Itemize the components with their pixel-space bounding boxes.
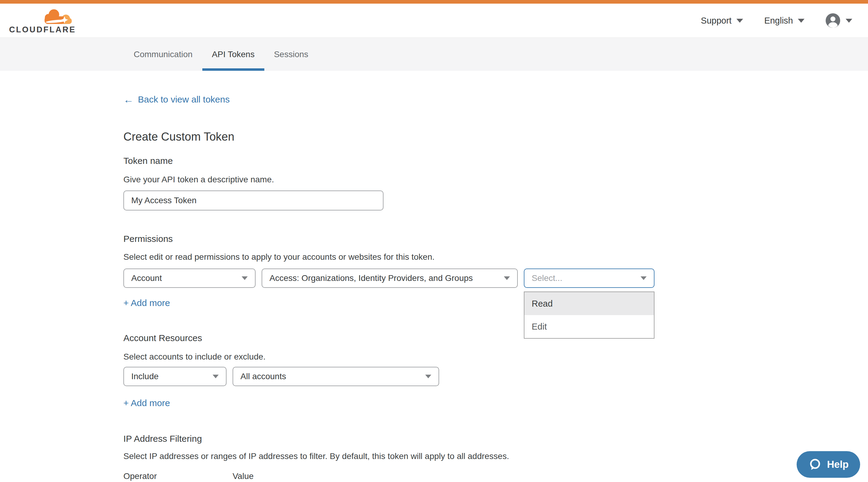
brand-color-bar: [0, 0, 868, 4]
token-name-description: Give your API token a descriptive name.: [123, 174, 868, 185]
header-controls: Support English: [701, 13, 852, 28]
chevron-down-icon: [641, 277, 647, 280]
chevron-down-icon: [846, 19, 852, 23]
menu-option-edit[interactable]: Edit: [524, 315, 654, 338]
chevron-down-icon: [737, 19, 743, 23]
main-content: ← Back to view all tokens Create Custom …: [0, 71, 868, 482]
permissions-heading: Permissions: [123, 233, 868, 244]
ip-filtering-section: IP Address Filtering Select IP addresses…: [123, 433, 868, 482]
back-arrow-icon: ←: [123, 94, 134, 105]
resource-accounts-value: All accounts: [241, 372, 286, 381]
language-menu[interactable]: English: [764, 16, 805, 26]
permission-access-select[interactable]: Select...: [524, 268, 654, 288]
tab-api-tokens[interactable]: API Tokens: [202, 38, 264, 71]
account-resources-heading: Account Resources: [123, 333, 868, 344]
permission-scope-value: Account: [131, 274, 162, 283]
tab-sessions[interactable]: Sessions: [264, 38, 318, 71]
chevron-down-icon: [798, 19, 805, 23]
support-menu[interactable]: Support: [701, 16, 743, 26]
support-label: Support: [701, 16, 732, 26]
account-resources-row: Include All accounts: [123, 367, 868, 386]
token-name-section: Token name Give your API token a descrip…: [123, 155, 868, 211]
permission-access-placeholder: Select...: [532, 274, 562, 283]
tab-communication[interactable]: Communication: [124, 38, 202, 71]
account-resources-section: Account Resources Select accounts to inc…: [123, 333, 868, 408]
token-name-heading: Token name: [123, 155, 868, 166]
resource-mode-value: Include: [131, 372, 158, 381]
back-link-label: Back to view all tokens: [138, 94, 229, 105]
account-resources-add-more-link[interactable]: + Add more: [123, 398, 170, 409]
permission-access-dropdown: Select... Read Edit: [524, 268, 654, 288]
cloudflare-wordmark: CLOUDFLARE: [9, 26, 76, 34]
permission-group-select[interactable]: Access: Organizations, Identity Provider…: [261, 268, 518, 288]
back-to-tokens-link[interactable]: ← Back to view all tokens: [123, 94, 229, 105]
chevron-down-icon: [213, 375, 219, 378]
permission-access-menu: Read Edit: [524, 291, 654, 339]
chat-bubble-icon: [808, 458, 822, 471]
language-label: English: [764, 16, 793, 26]
permissions-section: Permissions Select edit or read permissi…: [123, 233, 868, 309]
ip-filtering-description: Select IP addresses or ranges of IP addr…: [123, 451, 868, 462]
permissions-row: Account Access: Organizations, Identity …: [123, 268, 868, 288]
user-avatar-icon: [826, 13, 840, 28]
chevron-down-icon: [504, 277, 510, 280]
account-menu[interactable]: [826, 13, 852, 28]
chevron-down-icon: [242, 277, 248, 280]
permissions-add-more-link[interactable]: + Add more: [123, 297, 170, 309]
cloudflare-cloud-icon: [38, 7, 75, 25]
page-title: Create Custom Token: [123, 130, 868, 144]
header: CLOUDFLARE Support English: [0, 4, 868, 37]
help-button-label: Help: [827, 459, 849, 470]
permission-group-value: Access: Organizations, Identity Provider…: [270, 274, 473, 283]
cloudflare-logo[interactable]: CLOUDFLARE: [9, 7, 76, 34]
operator-label: Operator: [123, 472, 232, 481]
menu-option-read[interactable]: Read: [524, 292, 654, 315]
permission-scope-select[interactable]: Account: [123, 268, 255, 288]
ip-labels-row: Operator Value: [123, 472, 868, 481]
help-button[interactable]: Help: [797, 451, 860, 478]
account-resources-description: Select accounts to include or exclude.: [123, 351, 868, 362]
resource-accounts-select[interactable]: All accounts: [232, 367, 439, 386]
token-name-input[interactable]: [123, 191, 383, 211]
resource-mode-select[interactable]: Include: [123, 367, 226, 386]
ip-filtering-heading: IP Address Filtering: [123, 433, 868, 444]
chevron-down-icon: [425, 375, 431, 378]
permissions-description: Select edit or read permissions to apply…: [123, 252, 868, 262]
value-label: Value: [232, 472, 254, 481]
profile-tabbar: Communication API Tokens Sessions: [0, 37, 868, 71]
